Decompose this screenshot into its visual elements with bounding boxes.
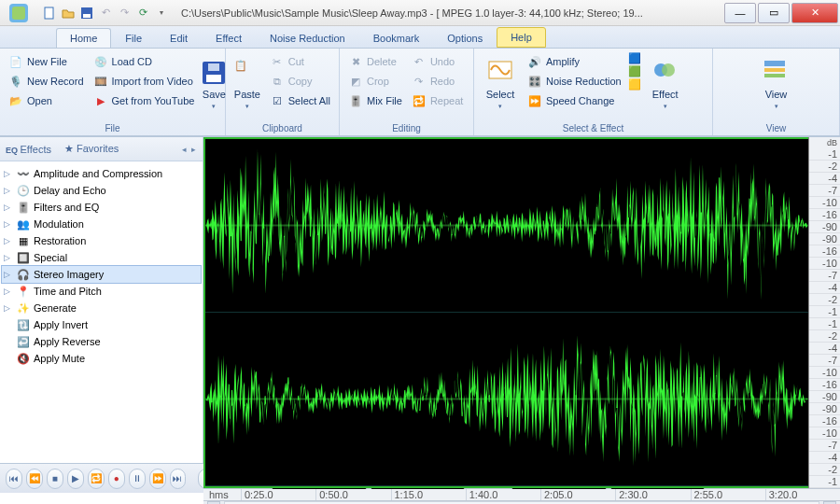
import-video-button[interactable]: 🎞️Import from Video (91, 72, 198, 91)
go-end-button[interactable]: ⏭ (170, 469, 187, 489)
tab-edit[interactable]: Edit (156, 28, 202, 48)
expand-icon[interactable]: ▷ (4, 253, 13, 262)
undo-icon[interactable]: ↶ (97, 5, 114, 21)
amplify-button[interactable]: 🔊Amplify (525, 52, 624, 71)
expand-icon[interactable]: ▷ (4, 203, 13, 212)
new-file-button[interactable]: 📄New File (6, 52, 87, 71)
waveform-area[interactable]: dB -1-2-4-7-10-16-90-90-16-10-7-4-2-1 -1… (203, 137, 840, 488)
close-button[interactable]: ✕ (791, 3, 838, 23)
tree-item-label: Time and Pitch (34, 286, 102, 297)
effect-button[interactable]: Effect▾ (645, 52, 686, 118)
pause-button[interactable]: ⏸ (129, 469, 146, 489)
spark-icon: ✨ (16, 301, 31, 315)
noise-reduction-button[interactable]: 🎛️Noise Reduction (525, 72, 624, 91)
delete-button[interactable]: ✖Delete (345, 52, 405, 71)
minimize-button[interactable]: — (724, 3, 756, 23)
open-label: Open (27, 95, 52, 106)
sidebar-tabs: EQ Effects ★ Favorites ◂ ▸ (0, 137, 203, 161)
expand-icon[interactable]: ▷ (4, 270, 13, 279)
paste-button[interactable]: 📋 Paste▾ (231, 52, 263, 118)
tab-home[interactable]: Home (56, 28, 111, 48)
save-button[interactable]: Save▾ (201, 52, 227, 118)
expand-icon[interactable]: ▷ (4, 169, 13, 178)
main-area: EQ Effects ★ Favorites ◂ ▸ ▷〰️Amplitude … (0, 136, 840, 463)
tree-item-label: Filters and EQ (34, 202, 99, 213)
go-start-button[interactable]: ⏮ (6, 469, 22, 489)
expand-icon[interactable]: ▷ (4, 236, 13, 245)
new-file-label: New File (27, 56, 67, 67)
select-all-icon: ☑ (270, 93, 285, 108)
refresh-icon[interactable]: ⟳ (134, 5, 151, 21)
new-record-button[interactable]: 🎙️New Record (6, 72, 87, 91)
sidebar-tab-effects[interactable]: EQ Effects (6, 144, 51, 155)
qat-dropdown-icon[interactable]: ▾ (153, 5, 170, 21)
loop-button[interactable]: 🔁 (88, 469, 105, 489)
tab-bookmark[interactable]: Bookmark (359, 28, 434, 48)
load-cd-button[interactable]: 💿Load CD (91, 52, 198, 71)
tab-effect[interactable]: Effect (202, 28, 256, 48)
waveform-right-channel[interactable] (205, 313, 808, 486)
app-icon[interactable] (4, 2, 34, 24)
stop-button[interactable]: ■ (47, 469, 63, 489)
cut-button[interactable]: ✂Cut (267, 52, 333, 71)
repeat-button[interactable]: 🔁Repeat (409, 91, 466, 110)
sidebar-nav-arrows[interactable]: ◂ ▸ (182, 145, 197, 154)
play-button[interactable]: ▶ (67, 469, 84, 489)
expand-icon[interactable]: ▷ (4, 219, 13, 229)
new-record-label: New Record (27, 76, 84, 87)
copy-button[interactable]: ⧉Copy (267, 72, 333, 91)
tree-item-apply-invert[interactable]: 🔃Apply Invert (2, 316, 201, 333)
expand-icon[interactable]: ▷ (4, 287, 13, 296)
sidebar-tab-favorites[interactable]: ★ Favorites (64, 143, 119, 155)
tree-item-restoration[interactable]: ▷▦Restoration (2, 232, 201, 249)
effect-thumb-2-icon[interactable]: 🟩 (628, 65, 641, 77)
select-all-button[interactable]: ☑Select All (267, 91, 333, 110)
tree-item-apply-reverse[interactable]: ↩️Apply Reverse (2, 333, 201, 350)
mix-file-button[interactable]: 🎚️Mix File (345, 91, 405, 110)
open-icon[interactable] (60, 5, 77, 21)
copy-label: Copy (288, 76, 313, 87)
svg-rect-13 (764, 74, 785, 77)
tab-noise-reduction[interactable]: Noise Reduction (256, 28, 359, 48)
tree-item-filters-and-eq[interactable]: ▷🎚️Filters and EQ (2, 199, 201, 216)
new-icon[interactable] (41, 5, 58, 21)
undo-button[interactable]: ↶Undo (409, 52, 466, 71)
save-icon[interactable] (78, 5, 95, 21)
record-button[interactable]: ● (108, 469, 125, 489)
expand-icon[interactable]: ▷ (4, 303, 13, 313)
redo-button[interactable]: ↷Redo (409, 72, 466, 91)
maximize-button[interactable]: ▭ (758, 3, 790, 23)
open-button[interactable]: 📂Open (6, 91, 87, 110)
wave-icon: 〰️ (16, 166, 31, 181)
tree-item-stereo-imagery[interactable]: ▷🎧Stereo Imagery (2, 266, 201, 283)
tree-item-delay-and-echo[interactable]: ▷🕒Delay and Echo (2, 182, 201, 199)
view-button[interactable]: View▾ (756, 52, 797, 118)
delete-icon: ✖ (348, 54, 363, 69)
crop-button[interactable]: ◩Crop (345, 72, 405, 91)
tree-item-apply-mute[interactable]: 🔇Apply Mute (2, 350, 201, 367)
effect-thumb-1-icon[interactable]: 🟦 (628, 52, 641, 64)
timeline-ruler[interactable]: hms 0:25.00:50.01:15.01:40.02:05.02:30.0… (203, 488, 840, 501)
paste-icon: 📋 (234, 60, 260, 86)
tree-item-generate[interactable]: ▷✨Generate (2, 300, 201, 316)
tab-help[interactable]: Help (497, 27, 546, 48)
forward-button[interactable]: ⏩ (149, 469, 166, 489)
tab-options[interactable]: Options (433, 28, 497, 48)
noise-reduction-icon: 🎛️ (527, 74, 542, 89)
tree-item-time-and-pitch[interactable]: ▷📍Time and Pitch (2, 283, 201, 300)
redo-icon[interactable]: ↷ (116, 5, 133, 21)
tree-item-amplitude-and-compression[interactable]: ▷〰️Amplitude and Compression (2, 165, 201, 182)
tree-item-special[interactable]: ▷🔲Special (2, 249, 201, 266)
amplify-label: Amplify (546, 56, 580, 67)
tab-file[interactable]: File (111, 28, 156, 48)
expand-icon[interactable]: ▷ (4, 186, 13, 195)
svg-rect-2 (45, 7, 53, 19)
select-icon (487, 60, 513, 86)
speed-change-button[interactable]: ⏩Speed Change (525, 91, 624, 110)
waveform-left-channel[interactable] (205, 139, 808, 313)
rewind-button[interactable]: ⏪ (26, 469, 43, 489)
get-youtube-button[interactable]: ▶Get from YouTube (91, 91, 198, 110)
select-button[interactable]: Select▾ (480, 52, 521, 118)
tree-item-modulation[interactable]: ▷👥Modulation (2, 216, 201, 232)
effect-thumb-3-icon[interactable]: 🟨 (628, 78, 641, 91)
